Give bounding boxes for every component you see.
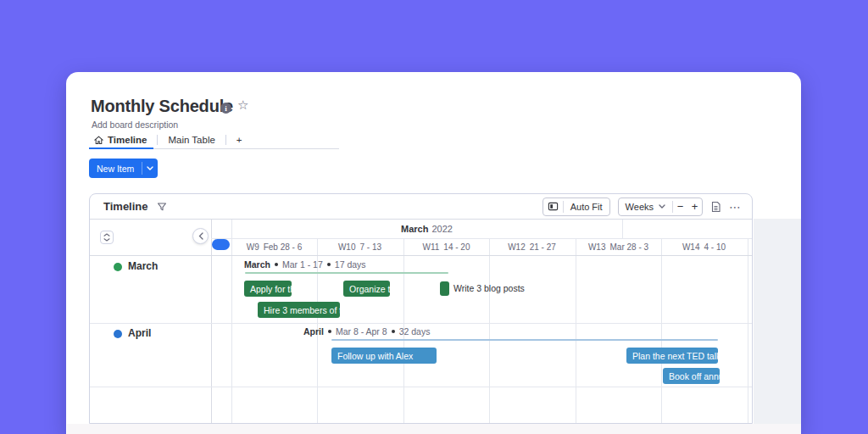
home-icon [94,136,103,145]
favorite-star-icon[interactable]: ☆ [237,97,248,113]
info-icon[interactable]: i [220,103,231,114]
timeline-bar-small[interactable] [440,281,449,296]
scroll-left-button[interactable] [192,228,209,244]
timeline-bar[interactable]: Plan the next TED talk [626,348,718,364]
group-range-line [331,339,718,341]
timeline-bar[interactable]: Book off annual [663,368,720,384]
zoom-out-button[interactable]: − [673,198,687,215]
tab-add[interactable]: + [226,131,253,149]
timeline-widget: Timeline Auto Fit Weeks [89,193,753,424]
zoom-unit-value: Weeks [626,202,654,212]
timeline-bar[interactable]: Follow up with Alex [331,348,437,364]
tab-label: Main Table [168,135,214,145]
group-summary: March Mar 1 - 17 17 days [244,258,366,270]
zoom-in-button[interactable]: + [687,198,702,215]
export-file-icon[interactable] [710,201,721,213]
bullet-dot [392,330,395,333]
grid-line [489,238,490,424]
timeline-bar[interactable]: Hire 3 members of the [258,302,340,318]
bullet-dot [327,263,331,266]
grid-line [576,238,576,424]
tab-main-table[interactable]: Main Table [158,131,225,149]
desktop-background: Monthly Schedule i ☆ Add board descripti… [0,0,868,434]
page-title: Monthly Schedule [91,97,233,116]
bullet-dot [275,263,278,266]
grid-line [90,387,752,387]
more-options-icon[interactable]: ⋯ [729,200,742,214]
bottom-gutter [67,424,801,434]
widget-toolbar: Auto Fit Weeks − + ⋯ [542,198,742,216]
group-name[interactable]: April [128,327,151,339]
grid-line [748,238,748,424]
group-summary: April Mar 8 - Apr 8 32 days [303,325,430,337]
tab-bar: Timeline Main Table + [89,131,339,149]
grid-line [90,255,752,256]
new-item-button[interactable]: New Item [89,159,158,178]
week-header: W1114 - 20 [403,238,489,255]
fit-screen-icon[interactable] [543,198,563,215]
new-item-label: New Item [89,159,142,178]
add-tab-icon: + [236,135,242,145]
week-header: W13Mar 28 - 3 [576,238,661,255]
week-header: W1221 - 27 [489,238,575,255]
tab-timeline[interactable]: Timeline [89,131,157,149]
zoom-group: Weeks − + [618,198,703,216]
timeline-bar[interactable]: Apply for th [244,281,292,297]
week-header: W144 - 10 [661,238,747,255]
widget-header: Timeline Auto Fit Weeks [90,194,752,220]
widget-title: Timeline [103,200,148,213]
board-description[interactable]: Add board description [92,120,178,130]
month-header: March 2022 [231,220,622,238]
group-color-dot [114,330,122,338]
group-color-dot [114,263,122,271]
month-name: March [401,224,428,234]
group-range-line [245,272,448,274]
chevron-down-icon [659,204,665,209]
collapse-all-icon[interactable] [100,231,114,244]
group-name[interactable]: March [128,260,158,272]
grid-line [211,220,212,424]
active-tab-underline [89,147,153,149]
zoom-unit-select[interactable]: Weeks [619,198,672,215]
bullet-dot [328,330,331,333]
fit-group: Auto Fit [542,198,610,216]
month-year: 2022 [431,224,452,234]
month-divider-line [622,220,623,238]
grid-line [90,323,752,324]
filter-icon[interactable] [157,202,167,212]
chevron-down-icon[interactable] [142,159,158,178]
tab-label: Timeline [108,135,147,145]
week-header: W107 - 13 [317,238,403,255]
right-gutter [754,219,801,434]
week-header: W9Feb 28 - 6 [231,238,317,255]
clipped-timeline-bar[interactable] [212,239,230,250]
auto-fit-button[interactable]: Auto Fit [564,198,609,215]
timeline-bar-label: Write 3 blog posts [453,283,525,293]
timeline-bar[interactable]: Organize th [343,281,390,297]
grid-line [661,238,662,424]
